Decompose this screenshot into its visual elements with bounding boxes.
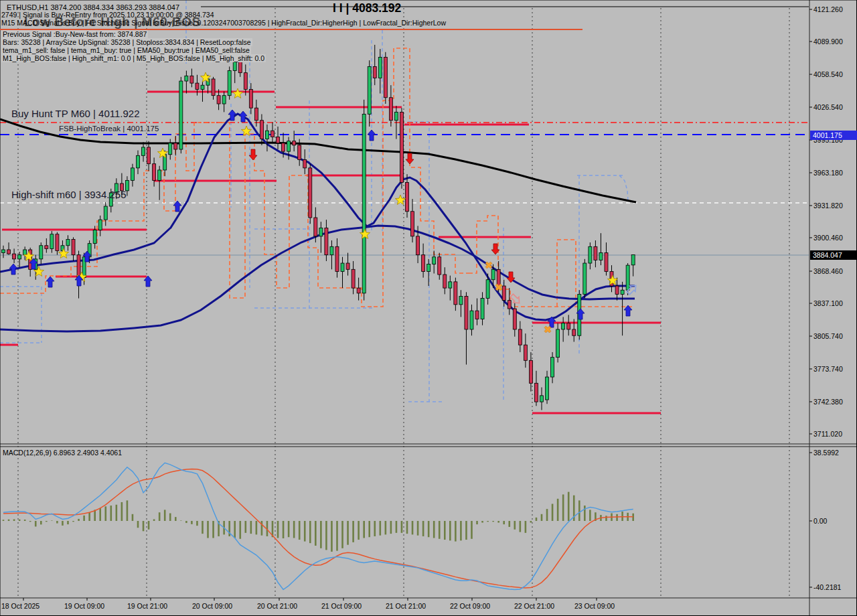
previous-signal-line: Previous Signal :Buy-New-fast from: 3874… (1, 30, 148, 38)
price-axis-label: 3931.820 (813, 202, 843, 210)
bars-info-line: Bars: 35238 | ArraySize UpSignal: 35238 … (1, 38, 252, 46)
time-axis-label: 21 Oct 21:00 (386, 602, 426, 610)
price-axis-label: 3837.100 (813, 299, 843, 307)
fractal-high-label: I I | 4083.192 (333, 1, 401, 15)
price-axis-label: 3805.740 (813, 332, 843, 340)
time-axis-label: 22 Oct 21:00 (514, 602, 554, 610)
bos-info-line: M1_High_BOS:false | High_shift_m1: 0.0 |… (1, 54, 266, 62)
signal-status-line: 2749 | Signal is Buy-ReEntry from 2025.1… (1, 11, 214, 19)
chart-window: Low Before High | M60-BOS ETHUSD,H1 3874… (0, 0, 857, 616)
time-axis-label: 19 Oct 09:00 (64, 602, 104, 610)
price-axis-label: 4121.260 (813, 5, 843, 13)
price-axis-label: 4058.540 (813, 70, 843, 78)
time-axis-label: 20 Oct 21:00 (257, 602, 297, 610)
price-axis-label: 3900.460 (813, 234, 843, 242)
price-axis-label: 3963.180 (813, 169, 843, 177)
tema-info-line: tema_m1_sell: false | tema_m1_buy: true … (1, 46, 251, 54)
price-axis-label: 3711.020 (813, 430, 842, 438)
price-badge: 3884.047 (810, 250, 857, 260)
price-badge: 4001.175 (810, 131, 857, 140)
time-axis-label: 18 Oct 2025 (1, 602, 40, 610)
time-axis-label: 23 Oct 09:00 (574, 602, 615, 610)
price-axis-label: 3742.380 (813, 398, 843, 406)
price-axis-label: 3868.460 (813, 267, 843, 275)
time-axis-label: 19 Oct 21:00 (127, 602, 167, 610)
time-axis-label: 21 Oct 09:00 (321, 602, 362, 610)
time-axis-label: 22 Oct 09:00 (450, 602, 490, 610)
price-axis-label: 4089.900 (813, 37, 843, 46)
time-axis-label: 20 Oct 09:00 (192, 602, 232, 610)
high-shift-label: High-shift m60 | 3934.255 (11, 189, 127, 200)
fsb-high-to-break-label: FSB-HighToBreak | 4001.175 (59, 125, 159, 133)
macd-axis-label: 38.5992 (813, 449, 839, 457)
macd-axis-label: -40.2181 (813, 583, 841, 591)
price-axis-label: 3773.740 (813, 365, 843, 373)
buy-hunt-tp-label: Buy Hunt TP M60 | 4011.922 (11, 108, 140, 119)
macd-indicator-label: MACD(12,26,9) 6.8963 2.4903 4.4061 (3, 449, 122, 457)
price-axis-label: 4026.540 (813, 103, 843, 111)
indicator-status-line: M15 MACD Signal is:Buy | H1 Stochastic S… (1, 19, 446, 27)
macd-axis-label: 0.00 (813, 517, 827, 525)
price-chart-canvas[interactable] (0, 0, 857, 616)
